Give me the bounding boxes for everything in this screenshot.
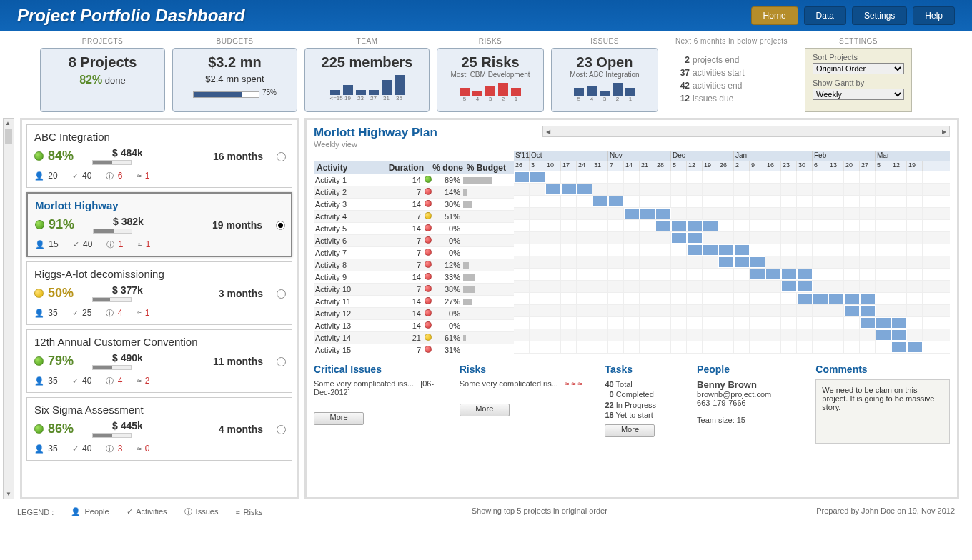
check-icon: ✓ xyxy=(72,444,79,453)
budgets-progress xyxy=(193,91,259,98)
nav-data[interactable]: Data xyxy=(804,6,846,25)
project-radio[interactable] xyxy=(277,425,286,434)
forecast-card: 2projects end37activities start42activit… xyxy=(665,48,798,112)
scroll-thumb[interactable] xyxy=(5,129,12,144)
scroll-up-icon[interactable]: ▲ xyxy=(5,120,12,126)
project-months: 19 months xyxy=(212,219,262,231)
budgets-total: $3.2 mn xyxy=(179,54,291,71)
issue-bars xyxy=(557,81,652,96)
footer-center: Showing top 5 projects in original order xyxy=(472,506,608,517)
project-title: ABC Integration xyxy=(34,131,284,143)
gantt-row[interactable]: Activity 91433% xyxy=(314,271,514,284)
legend: LEGEND : 👤 People ✓ Activities ⓘ Issues … xyxy=(17,506,262,517)
project-title: 12th Annual Customer Convention xyxy=(34,336,284,348)
project-budget: $ 490k xyxy=(112,352,143,364)
comments-box[interactable]: We need to be clam on this project. It i… xyxy=(815,379,950,444)
project-radio[interactable] xyxy=(277,289,286,299)
risks-col: Risks Some very complicated ris... ≈ ≈ ≈… xyxy=(460,364,594,444)
nav-home[interactable]: Home xyxy=(751,6,798,25)
issues-icon: ⓘ xyxy=(106,376,114,385)
gantt-row[interactable]: Activity 15731% xyxy=(314,344,514,356)
app-header: Project Portfolio Dashboard Home Data Se… xyxy=(0,0,972,31)
risks-icon: ≈ xyxy=(235,508,239,516)
risks-icon: ≈ xyxy=(137,444,141,453)
project-card-0[interactable]: ABC Integration84%$ 484k16 months👤 20✓ 4… xyxy=(26,124,292,188)
project-title: Morlott Highway xyxy=(35,199,284,211)
risks-icon: ≈ xyxy=(137,376,141,385)
sort-select[interactable]: Original Order xyxy=(813,63,904,74)
budgets-spent: $2.4 mn spent xyxy=(179,74,291,84)
budgets-card[interactable]: $3.2 mn $2.4 mn spent 75% xyxy=(172,48,297,112)
gantt-row[interactable]: Activity 31430% xyxy=(314,199,514,211)
scroll-down-icon[interactable]: ▼ xyxy=(6,491,11,497)
slider-left-icon[interactable]: ◀ xyxy=(546,129,550,135)
settings-label: SETTINGS xyxy=(839,37,878,45)
person-icon: 👤 xyxy=(34,309,44,317)
gantt-row[interactable]: Activity 4751% xyxy=(314,211,514,223)
project-budget: $ 484k xyxy=(112,147,143,159)
issues-icon: ⓘ xyxy=(184,507,192,516)
issues-more-button[interactable]: More xyxy=(314,412,364,425)
project-pct: 79% xyxy=(48,354,74,369)
project-radio[interactable] xyxy=(276,221,285,230)
project-pct: 91% xyxy=(49,217,74,232)
projects-card[interactable]: 8 Projects 82% done xyxy=(40,48,165,112)
gantt-row[interactable]: Activity 11489% xyxy=(314,174,514,186)
detail-panel: Morlott Highway Plan Weekly view ◀ ▶ Act… xyxy=(304,118,959,499)
nav-buttons: Home Data Settings Help xyxy=(751,6,955,25)
gantt-row[interactable]: Activity 12140% xyxy=(314,308,514,320)
gantt-select[interactable]: Weekly xyxy=(813,89,904,100)
project-radio[interactable] xyxy=(277,152,286,161)
person-icon: 👤 xyxy=(35,240,45,249)
people-col: People Benny Brown brownb@project.com 66… xyxy=(697,364,804,444)
risks-label: RISKS xyxy=(479,37,502,45)
status-dot xyxy=(34,424,44,434)
gantt-row[interactable]: Activity 670% xyxy=(314,235,514,247)
gantt-row[interactable]: Activity 111427% xyxy=(314,296,514,308)
project-card-2[interactable]: Riggs-A-lot decomissioning50%$ 377k3 mon… xyxy=(26,261,292,325)
nav-settings[interactable]: Settings xyxy=(852,6,907,25)
sidebar-scrollbar[interactable]: ▲ ▼ xyxy=(3,118,14,499)
issues-card[interactable]: 23 Open Most: ABC Integration 54321 xyxy=(551,48,658,112)
comments-col: Comments We need to be clam on this proj… xyxy=(815,364,950,444)
project-radio[interactable] xyxy=(277,357,286,366)
team-card[interactable]: 225 members <=151923273135 xyxy=(304,48,430,112)
check-icon: ✓ xyxy=(72,309,79,317)
gantt-row[interactable]: Activity 5140% xyxy=(314,223,514,235)
team-bars xyxy=(311,74,423,95)
check-icon: ✓ xyxy=(127,507,133,516)
project-pct: 50% xyxy=(48,286,74,301)
project-pct: 84% xyxy=(48,149,74,164)
issues-icon: ⓘ xyxy=(106,171,114,180)
project-budget: $ 382k xyxy=(113,216,144,227)
gantt-row[interactable]: Activity 8712% xyxy=(314,259,514,271)
nav-help[interactable]: Help xyxy=(913,6,955,25)
gantt-slider[interactable]: ◀ ▶ xyxy=(542,126,950,137)
risk-bars xyxy=(443,81,537,96)
gantt-row[interactable]: Activity 10738% xyxy=(314,284,514,296)
project-card-3[interactable]: 12th Annual Customer Convention79%$ 490k… xyxy=(26,329,292,393)
risks-more-button[interactable]: More xyxy=(460,404,510,416)
gantt-row[interactable]: Activity 13140% xyxy=(314,320,514,332)
check-icon: ✓ xyxy=(73,240,79,249)
gantt-row[interactable]: Activity 770% xyxy=(314,247,514,259)
slider-right-icon[interactable]: ▶ xyxy=(942,129,946,135)
project-card-1[interactable]: Morlott Highway91%$ 382k19 months👤 15✓ 4… xyxy=(26,192,292,257)
tasks-more-button[interactable]: More xyxy=(605,424,655,437)
project-card-4[interactable]: Six Sigma Assessment86%$ 445k4 months👤 3… xyxy=(26,397,292,461)
project-months: 3 months xyxy=(219,288,263,299)
gantt-days: 2631017243171421285121926291623306132027… xyxy=(514,161,950,171)
gantt-row[interactable]: Activity 2714% xyxy=(314,186,514,199)
project-budget: $ 377k xyxy=(112,284,143,296)
project-months: 4 months xyxy=(219,424,263,435)
person-icon: 👤 xyxy=(71,507,81,516)
status-dot xyxy=(34,356,44,366)
budgets-label: BUDGETS xyxy=(217,37,254,45)
risks-count: 25 Risks xyxy=(443,54,537,71)
gantt-row[interactable]: Activity 142161% xyxy=(314,332,514,344)
project-sidebar: ABC Integration84%$ 484k16 months👤 20✓ 4… xyxy=(20,118,299,499)
tasks-col: Tasks 40 Total 0 Completed 22 In Progres… xyxy=(605,364,685,444)
critical-issues-col: Critical Issues Some very complicated is… xyxy=(314,364,448,444)
gantt-months: S'11OctNovDecJanFebMar xyxy=(514,151,950,161)
risks-card[interactable]: 25 Risks Most: CBM Development 54321 xyxy=(437,48,544,112)
